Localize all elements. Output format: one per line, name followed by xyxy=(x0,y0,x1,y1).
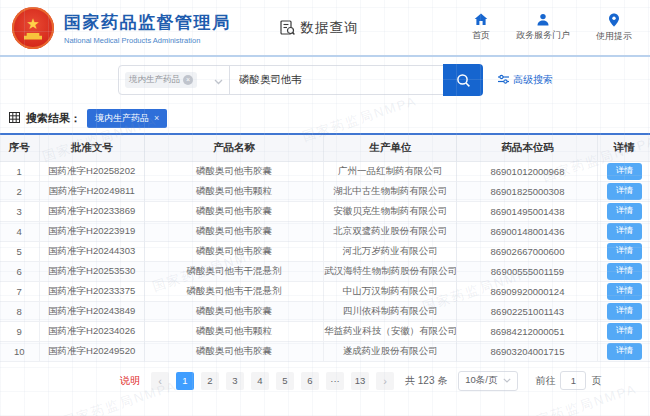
detail-button[interactable]: 详情 xyxy=(607,163,642,180)
drug-code: 86900555001159 xyxy=(457,261,598,281)
row-index: 6 xyxy=(0,261,39,281)
product-name: 磷酸奥司他韦干混悬剂 xyxy=(144,281,323,301)
page-button-1[interactable]: 1 xyxy=(176,372,194,390)
detail-button[interactable]: 详情 xyxy=(607,283,642,300)
detail-button[interactable]: 详情 xyxy=(607,263,642,280)
page-button-13[interactable]: 13 xyxy=(351,372,369,390)
approval-number: 国药准字H20243849 xyxy=(39,301,144,321)
detail-button[interactable]: 详情 xyxy=(607,203,642,220)
drug-code: 86984212000051 xyxy=(457,321,598,341)
results-label: 搜索结果： xyxy=(26,111,81,126)
detail-button[interactable]: 详情 xyxy=(607,323,642,340)
detail-cell: 详情 xyxy=(598,301,650,321)
page-ellipsis[interactable]: ··· xyxy=(326,372,344,390)
results-filter-tag-label: 境内生产药品 xyxy=(95,112,149,125)
note-link[interactable]: 说明 xyxy=(120,374,140,388)
total-count-text: 共 123 条 xyxy=(405,374,447,388)
goto-suffix: 页 xyxy=(591,374,601,388)
table-row: 5国药准字H20244303磷酸奥司他韦胶囊河北万岁药业有限公司86902667… xyxy=(0,241,650,261)
star-icon: ★ xyxy=(26,16,39,31)
header: ★ 国家药品监督管理局 National Medical Products Ad… xyxy=(0,0,650,57)
manufacturer: 武汉海特生物制药股份有限公司 xyxy=(324,261,457,281)
col-approval-number: 批准文号 xyxy=(39,135,144,161)
approval-number: 国药准字H20233869 xyxy=(39,201,144,221)
filter-tag-close-icon[interactable]: × xyxy=(154,113,159,123)
detail-button[interactable]: 详情 xyxy=(607,303,642,320)
drug-code: 86909920000124 xyxy=(457,281,598,301)
category-tag-remove-icon[interactable]: × xyxy=(183,75,193,85)
grid-icon xyxy=(9,109,20,127)
row-index: 7 xyxy=(0,281,39,301)
goto-page-input[interactable] xyxy=(560,371,586,390)
product-name: 磷酸奥司他韦胶囊 xyxy=(144,221,323,241)
detail-button[interactable]: 详情 xyxy=(607,223,642,240)
drug-code: 86901495001438 xyxy=(457,201,598,221)
advanced-search-link[interactable]: 高级搜索 xyxy=(498,73,553,87)
search-button[interactable] xyxy=(443,64,483,96)
page-button-6[interactable]: 6 xyxy=(301,372,319,390)
manufacturer: 河北万岁药业有限公司 xyxy=(324,241,457,261)
user-icon xyxy=(536,13,550,26)
goto-page-group: 前往 页 xyxy=(535,371,601,390)
col-index: 序号 xyxy=(0,135,39,161)
agency-title: 国家药品监督管理局 xyxy=(64,11,231,34)
nav-usage-tips[interactable]: 使用提示 xyxy=(596,13,632,43)
agency-title-block: 国家药品监督管理局 National Medical Products Admi… xyxy=(64,11,231,45)
row-index: 9 xyxy=(0,321,39,341)
table-row: 6国药准字H20253530磷酸奥司他韦干混悬剂武汉海特生物制药股份有限公司86… xyxy=(0,261,650,281)
search-input[interactable] xyxy=(229,65,444,95)
row-index: 5 xyxy=(0,241,39,261)
approval-number: 国药准字H20233375 xyxy=(39,281,144,301)
nav-home[interactable]: 首页 xyxy=(472,13,490,42)
page-button-3[interactable]: 3 xyxy=(226,372,244,390)
detail-button[interactable]: 详情 xyxy=(607,243,642,260)
nav-home-label: 首页 xyxy=(472,29,490,42)
detail-button[interactable]: 详情 xyxy=(607,343,642,360)
product-name: 磷酸奥司他韦胶囊 xyxy=(144,301,323,321)
prev-page-icon[interactable]: ‹ xyxy=(151,372,169,390)
col-manufacturer: 生产单位 xyxy=(324,135,457,161)
row-index: 3 xyxy=(0,201,39,221)
detail-cell: 详情 xyxy=(598,281,650,301)
approval-number: 国药准字H20249520 xyxy=(39,341,144,361)
manufacturer: 中山万汉制药有限公司 xyxy=(324,281,457,301)
results-filter-tag: 境内生产药品 × xyxy=(87,109,167,128)
next-page-icon[interactable]: › xyxy=(376,372,394,390)
detail-cell: 详情 xyxy=(598,341,650,361)
sliders-icon xyxy=(498,74,509,86)
page-button-5[interactable]: 5 xyxy=(276,372,294,390)
header-nav: 首页 政务服务门户 使用提示 xyxy=(472,13,632,43)
product-name: 磷酸奥司他韦胶囊 xyxy=(144,161,323,181)
detail-cell: 详情 xyxy=(598,321,650,341)
chevron-down-icon xyxy=(214,71,223,89)
manufacturer: 安徽贝克生物制药有限公司 xyxy=(324,201,457,221)
row-index: 2 xyxy=(0,181,39,201)
product-name: 磷酸奥司他韦颗粒 xyxy=(144,321,323,341)
search-category-select[interactable]: 境内生产药品 × xyxy=(118,65,230,95)
detail-cell: 详情 xyxy=(598,201,650,221)
home-icon xyxy=(474,13,488,26)
table-row: 9国药准字H20234026磷酸奥司他韦颗粒华益药业科技（安徽）有限公司8698… xyxy=(0,321,650,341)
detail-cell: 详情 xyxy=(598,181,650,201)
chevron-down-icon xyxy=(503,378,511,383)
nav-gov-portal[interactable]: 政务服务门户 xyxy=(516,13,570,42)
product-name: 磷酸奥司他韦胶囊 xyxy=(144,341,323,361)
manufacturer: 遂成药业股份有限公司 xyxy=(324,341,457,361)
approval-number: 国药准字H20249811 xyxy=(39,181,144,201)
page-button-2[interactable]: 2 xyxy=(201,372,219,390)
col-detail: 详情 xyxy=(598,135,650,161)
manufacturer: 北京双鹭药业股份有限公司 xyxy=(324,221,457,241)
table-row: 10国药准字H20249520磷酸奥司他韦胶囊遂成药业股份有限公司8690320… xyxy=(0,341,650,361)
drug-code: 86901825000308 xyxy=(457,181,598,201)
detail-button[interactable]: 详情 xyxy=(607,183,642,200)
detail-cell: 详情 xyxy=(598,241,650,261)
results-table-wrap: 序号 批准文号 产品名称 生产单位 药品本位码 详情 1国药准字H2025820… xyxy=(0,133,650,362)
drug-code: 86902251001143 xyxy=(457,301,598,321)
table-row: 7国药准字H20233375磷酸奥司他韦干混悬剂中山万汉制药有限公司869099… xyxy=(0,281,650,301)
table-row: 4国药准字H20223919磷酸奥司他韦胶囊北京双鹭药业股份有限公司869001… xyxy=(0,221,650,241)
page-size-select[interactable]: 10条/页 xyxy=(458,371,518,391)
table-row: 1国药准字H20258202磷酸奥司他韦胶囊广州一品红制药有限公司8690101… xyxy=(0,161,650,181)
nav-gov-portal-label: 政务服务门户 xyxy=(516,29,570,42)
table-row: 2国药准字H20249811磷酸奥司他韦颗粒湖北中古生物制药有限公司869018… xyxy=(0,181,650,201)
page-button-4[interactable]: 4 xyxy=(251,372,269,390)
